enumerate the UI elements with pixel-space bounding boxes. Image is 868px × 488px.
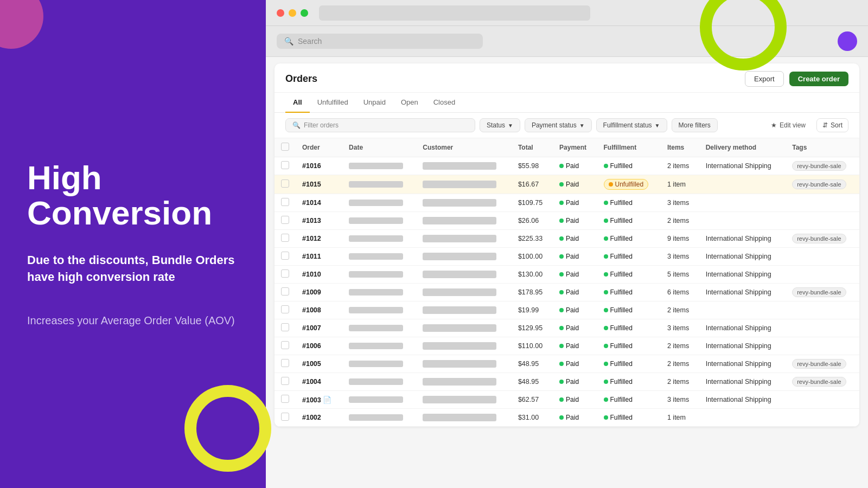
tab-unpaid[interactable]: Unpaid <box>356 93 393 113</box>
row-checkbox[interactable] <box>281 359 289 367</box>
global-search-box[interactable]: 🔍 Search <box>277 34 483 49</box>
edit-view-button[interactable]: ★ Edit view <box>764 119 812 132</box>
fulfillment-status: Fulfilled <box>597 248 661 266</box>
paid-dot <box>559 290 564 294</box>
sort-button[interactable]: ⇵ Sort <box>816 118 848 132</box>
delivery-method: International Shipping <box>699 373 786 391</box>
row-checkbox[interactable] <box>281 234 289 242</box>
header-buttons: Export Create order <box>745 71 848 87</box>
table-row[interactable]: #1016 $55.98PaidFulfilled2 itemsInternat… <box>275 157 859 175</box>
fulfilled-dot <box>604 344 608 348</box>
tab-all[interactable]: All <box>285 93 310 113</box>
customer-name <box>423 217 496 224</box>
order-tags <box>786 301 859 319</box>
tab-unfulfilled[interactable]: Unfulfilled <box>310 93 356 113</box>
table-row[interactable]: #1011 $100.00PaidFulfilled3 itemsInterna… <box>275 248 859 266</box>
table-row[interactable]: #1008 $19.99PaidFulfilled2 items <box>275 301 859 319</box>
row-checkbox[interactable] <box>281 395 289 403</box>
delivery-method: International Shipping <box>699 319 786 337</box>
table-row[interactable]: #1010 $130.00PaidFulfilled5 itemsInterna… <box>275 266 859 284</box>
table-row[interactable]: #1009 $178.95PaidFulfilled6 itemsInterna… <box>275 284 859 301</box>
order-number[interactable]: #1015 <box>302 181 321 188</box>
delivery-method: International Shipping <box>699 355 786 373</box>
order-number[interactable]: #1002 <box>302 414 321 421</box>
avatar[interactable] <box>838 31 857 51</box>
order-items-count: 2 items <box>661 373 699 391</box>
table-row[interactable]: #1015 $16.67PaidUnfulfilled1 itemrevy-bu… <box>275 175 859 194</box>
export-button[interactable]: Export <box>745 71 784 87</box>
order-tags <box>786 194 859 212</box>
order-number[interactable]: #1016 <box>302 162 321 170</box>
filter-search-box[interactable]: 🔍 Filter orders <box>285 118 475 132</box>
order-number[interactable]: #1009 <box>302 288 321 296</box>
tag-pill: revy-bundle-sale <box>792 359 846 369</box>
payment-status: Paid <box>553 248 597 266</box>
chevron-down-icon: ▼ <box>579 123 585 129</box>
row-checkbox[interactable] <box>281 198 289 206</box>
table-row[interactable]: #1004 $48.95PaidFulfilled2 itemsInternat… <box>275 373 859 391</box>
filters-row: 🔍 Filter orders Status ▼ Payment status … <box>275 113 859 138</box>
create-order-button[interactable]: Create order <box>789 72 848 86</box>
payment-status: Paid <box>553 284 597 301</box>
traffic-light-red[interactable] <box>277 9 284 17</box>
order-items-count: 3 items <box>661 248 699 266</box>
fulfillment-status-filter-button[interactable]: Fulfillment status ▼ <box>596 118 667 132</box>
page-title: Orders <box>285 73 317 85</box>
order-date <box>349 271 403 278</box>
row-checkbox[interactable] <box>281 413 289 421</box>
order-number[interactable]: #1010 <box>302 271 321 278</box>
row-checkbox[interactable] <box>281 179 289 188</box>
table-row[interactable]: #1013 $26.06PaidFulfilled2 items <box>275 212 859 230</box>
customer-name <box>423 162 496 170</box>
tab-closed[interactable]: Closed <box>426 93 463 113</box>
th-items: Items <box>661 138 699 157</box>
table-row[interactable]: #1014 $109.75PaidFulfilled3 items <box>275 194 859 212</box>
tab-open[interactable]: Open <box>393 93 426 113</box>
row-checkbox[interactable] <box>281 377 289 385</box>
th-total: Total <box>512 138 553 157</box>
table-row[interactable]: #1005 $48.95PaidFulfilled2 itemsInternat… <box>275 355 859 373</box>
table-row[interactable]: #1012 $225.33PaidFulfilled9 itemsInterna… <box>275 230 859 248</box>
tag-pill: revy-bundle-sale <box>792 234 846 243</box>
row-checkbox[interactable] <box>281 305 289 313</box>
row-checkbox[interactable] <box>281 341 289 349</box>
order-tags <box>786 266 859 284</box>
fulfillment-status: Fulfilled <box>597 409 661 427</box>
payment-status-filter-button[interactable]: Payment status ▼ <box>525 118 592 132</box>
order-date <box>349 325 403 331</box>
traffic-light-green[interactable] <box>301 9 308 17</box>
order-items-count: 1 item <box>661 409 699 427</box>
fulfilled-dot <box>604 362 608 366</box>
paid-dot <box>559 182 564 187</box>
order-number[interactable]: #1004 <box>302 378 321 386</box>
order-number[interactable]: #1005 <box>302 360 321 368</box>
order-number[interactable]: #1003 <box>302 396 321 404</box>
order-number[interactable]: #1013 <box>302 217 321 224</box>
row-checkbox[interactable] <box>281 161 289 169</box>
row-checkbox[interactable] <box>281 252 289 260</box>
order-number[interactable]: #1008 <box>302 306 321 314</box>
traffic-light-yellow[interactable] <box>289 9 296 17</box>
table-row[interactable]: #1002 $31.00PaidFulfilled1 item <box>275 409 859 427</box>
order-number[interactable]: #1006 <box>302 342 321 350</box>
th-tags: Tags <box>786 138 859 157</box>
fulfillment-status: Fulfilled <box>597 212 661 230</box>
order-number[interactable]: #1007 <box>302 324 321 332</box>
row-checkbox[interactable] <box>281 287 289 296</box>
sort-icon: ⇵ <box>822 121 828 129</box>
row-checkbox[interactable] <box>281 323 289 331</box>
table-row[interactable]: #1003 📄 $62.57PaidFulfilled3 itemsIntern… <box>275 391 859 409</box>
row-checkbox[interactable] <box>281 269 289 278</box>
status-filter-button[interactable]: Status ▼ <box>480 118 520 132</box>
table-row[interactable]: #1006 $110.00PaidFulfilled2 itemsInterna… <box>275 337 859 355</box>
order-number[interactable]: #1011 <box>302 253 321 260</box>
fulfilled-dot <box>604 326 608 330</box>
more-filters-button[interactable]: More filters <box>672 118 718 132</box>
bottom-text: Increases your Average Order Value (AOV) <box>27 313 239 328</box>
order-number[interactable]: #1012 <box>302 235 321 242</box>
search-placeholder: Search <box>298 37 322 46</box>
order-number[interactable]: #1014 <box>302 199 321 207</box>
fulfillment-status: Fulfilled <box>597 194 661 212</box>
table-row[interactable]: #1007 $129.95PaidFulfilled3 itemsInterna… <box>275 319 859 337</box>
row-checkbox[interactable] <box>281 216 289 224</box>
